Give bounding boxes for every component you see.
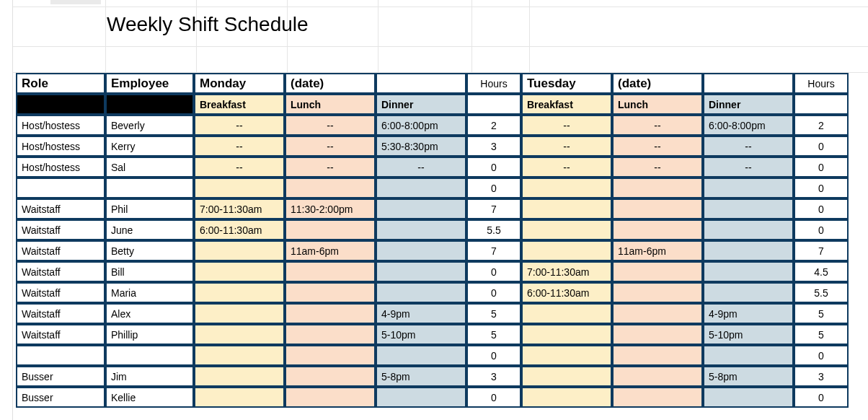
cell-mon-lunch[interactable] — [285, 303, 376, 324]
cell-tue-breakfast[interactable] — [521, 198, 612, 219]
cell-employee[interactable] — [105, 345, 194, 366]
cell-mon-dinner[interactable]: 4-9pm — [376, 303, 466, 324]
cell-tue-breakfast[interactable] — [521, 324, 612, 345]
cell-mon-dinner[interactable] — [376, 261, 466, 282]
cell-employee[interactable]: Beverly — [105, 115, 194, 136]
meal-lunch[interactable]: Lunch — [285, 94, 376, 115]
cell-mon-lunch[interactable]: -- — [285, 157, 376, 178]
cell-mon-lunch[interactable]: 11am-6pm — [285, 240, 376, 261]
cell-role[interactable]: Waitstaff — [16, 219, 105, 240]
cell-tue-hours[interactable]: 5.5 — [794, 282, 849, 303]
cell-mon-breakfast[interactable] — [194, 240, 285, 261]
col-mon-hours[interactable]: Hours — [466, 73, 521, 94]
cell-tue-dinner[interactable] — [703, 240, 794, 261]
cell-role[interactable]: Busser — [16, 366, 105, 387]
cell-employee[interactable]: June — [105, 219, 194, 240]
cell-mon-dinner[interactable]: -- — [376, 157, 466, 178]
cell-role[interactable] — [16, 178, 105, 198]
meal-dinner[interactable]: Dinner — [376, 94, 466, 115]
cell-employee[interactable]: Bill — [105, 261, 194, 282]
cell-mon-hours[interactable]: 5 — [466, 303, 521, 324]
cell-mon-breakfast[interactable]: -- — [194, 136, 285, 157]
cell-employee[interactable]: Sal — [105, 157, 194, 178]
col-tue-hours[interactable]: Hours — [794, 73, 849, 94]
cell-role[interactable]: Host/hostess — [16, 136, 105, 157]
cell-mon-hours[interactable]: 3 — [466, 136, 521, 157]
cell-mon-lunch[interactable] — [285, 366, 376, 387]
cell-mon-hours[interactable]: 3 — [466, 366, 521, 387]
cell-tue-breakfast[interactable] — [521, 178, 612, 198]
cell-mon-lunch[interactable] — [285, 178, 376, 198]
cell-mon-hours[interactable]: 0 — [466, 157, 521, 178]
cell-mon-dinner[interactable] — [376, 240, 466, 261]
cell-tue-breakfast[interactable]: -- — [521, 115, 612, 136]
cell-tue-hours[interactable]: 0 — [794, 387, 849, 408]
cell-tue-lunch[interactable] — [612, 282, 703, 303]
cell-tue-breakfast[interactable]: 6:00-11:30am — [521, 282, 612, 303]
cell-role[interactable]: Waitstaff — [16, 198, 105, 219]
cell-mon-dinner[interactable] — [376, 178, 466, 198]
cell-tue-breakfast[interactable] — [521, 345, 612, 366]
cell-mon-lunch[interactable]: 11:30-2:00pm — [285, 198, 376, 219]
cell-mon-breakfast[interactable] — [194, 345, 285, 366]
cell-mon-dinner[interactable]: 5-10pm — [376, 324, 466, 345]
cell-tue-breakfast[interactable] — [521, 303, 612, 324]
cell-tue-breakfast[interactable] — [521, 387, 612, 408]
cell-mon-lunch[interactable] — [285, 324, 376, 345]
cell-tue-lunch[interactable] — [612, 219, 703, 240]
cell-mon-hours[interactable]: 2 — [466, 115, 521, 136]
cell-role[interactable]: Busser — [16, 387, 105, 408]
cell-tue-lunch[interactable]: 11am-6pm — [612, 240, 703, 261]
cell-role[interactable]: Waitstaff — [16, 324, 105, 345]
cell-employee[interactable]: Phil — [105, 198, 194, 219]
cell-tue-dinner[interactable]: 5-10pm — [703, 324, 794, 345]
cell-mon-dinner[interactable] — [376, 345, 466, 366]
cell-role[interactable]: Waitstaff — [16, 303, 105, 324]
cell-employee[interactable]: Maria — [105, 282, 194, 303]
col-tue-date[interactable]: (date) — [612, 73, 703, 94]
cell-tue-hours[interactable]: 5 — [794, 324, 849, 345]
cell-tue-dinner[interactable] — [703, 261, 794, 282]
cell-mon-dinner[interactable]: 5:30-8:30pm — [376, 136, 466, 157]
cell-tue-hours[interactable]: 3 — [794, 366, 849, 387]
cell-mon-hours[interactable]: 5 — [466, 324, 521, 345]
cell-mon-hours[interactable]: 5.5 — [466, 219, 521, 240]
cell-employee[interactable]: Betty — [105, 240, 194, 261]
cell-role[interactable]: Waitstaff — [16, 282, 105, 303]
cell-tue-dinner[interactable]: 5-8pm — [703, 366, 794, 387]
cell-tue-lunch[interactable] — [612, 178, 703, 198]
cell-tue-hours[interactable]: 5 — [794, 303, 849, 324]
cell-mon-lunch[interactable]: -- — [285, 136, 376, 157]
hours-cell[interactable] — [466, 94, 521, 115]
schedule-table[interactable]: Role Employee Monday (date) Hours Tuesda… — [16, 73, 849, 408]
cell-role[interactable] — [16, 345, 105, 366]
cell-tue-lunch[interactable] — [612, 261, 703, 282]
cell-mon-breakfast[interactable]: 6:00-11:30am — [194, 219, 285, 240]
col-mon-date[interactable]: (date) — [285, 73, 376, 94]
cell-tue-breakfast[interactable]: 7:00-11:30am — [521, 261, 612, 282]
black-cell[interactable] — [105, 94, 194, 115]
cell-tue-lunch[interactable] — [612, 366, 703, 387]
cell-tue-lunch[interactable] — [612, 345, 703, 366]
cell-tue-dinner[interactable]: -- — [703, 157, 794, 178]
cell-role[interactable]: Host/hostess — [16, 157, 105, 178]
cell-tue-breakfast[interactable] — [521, 240, 612, 261]
cell-mon-lunch[interactable]: -- — [285, 115, 376, 136]
cell-tue-dinner[interactable]: 4-9pm — [703, 303, 794, 324]
meal-lunch[interactable]: Lunch — [612, 94, 703, 115]
cell-tue-lunch[interactable] — [612, 387, 703, 408]
cell-mon-hours[interactable]: 7 — [466, 198, 521, 219]
cell-mon-hours[interactable]: 0 — [466, 345, 521, 366]
col-tuesday[interactable]: Tuesday — [521, 73, 612, 94]
cell-tue-dinner[interactable] — [703, 178, 794, 198]
cell-tue-hours[interactable]: 0 — [794, 345, 849, 366]
cell-tue-hours[interactable]: 4.5 — [794, 261, 849, 282]
cell-mon-dinner[interactable]: 5-8pm — [376, 366, 466, 387]
cell-mon-breakfast[interactable] — [194, 366, 285, 387]
cell-mon-dinner[interactable] — [376, 387, 466, 408]
cell-tue-breakfast[interactable]: -- — [521, 136, 612, 157]
cell-tue-lunch[interactable] — [612, 198, 703, 219]
cell-tue-dinner[interactable] — [703, 219, 794, 240]
cell-mon-breakfast[interactable] — [194, 282, 285, 303]
cell-tue-hours[interactable]: 7 — [794, 240, 849, 261]
